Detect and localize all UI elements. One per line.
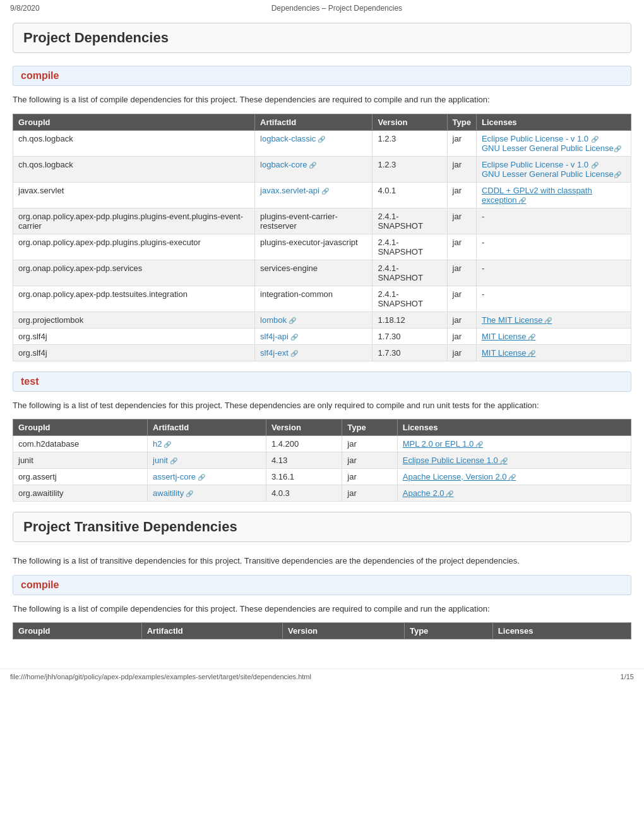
license-link[interactable]: The MIT License 🔗 xyxy=(482,315,552,325)
license-link[interactable]: MIT License 🔗 xyxy=(482,332,535,341)
license-cell[interactable]: Eclipse Public License - v 1.0 🔗GNU Less… xyxy=(476,130,631,156)
col-groupid-tc: GroupId xyxy=(13,623,142,639)
table-row: org.awaitilityawaitility 🔗4.0.3jarApache… xyxy=(13,485,631,502)
license-cell[interactable]: Eclipse Public License 1.0 🔗 xyxy=(397,452,631,469)
version-cell: 1.18.12 xyxy=(373,311,447,328)
artifactid-cell[interactable]: logback-classic 🔗 xyxy=(255,130,373,156)
table-row: org.assertjassertj-core 🔗3.16.1jarApache… xyxy=(13,469,631,485)
table-row: org.onap.policy.apex-pdp.testsuites.inte… xyxy=(13,286,631,311)
license-icon: 🔗 xyxy=(517,197,527,204)
transitive-compile-section: compile The following is a list of compi… xyxy=(13,575,631,640)
license-link[interactable]: Apache License, Version 2.0 🔗 xyxy=(403,472,516,481)
groupid-cell: org.assertj xyxy=(13,469,148,485)
artifactid-link[interactable]: logback-classic 🔗 xyxy=(260,134,325,143)
col-version: Version xyxy=(373,114,447,130)
artifactid-cell[interactable]: slf4j-api 🔗 xyxy=(255,328,373,344)
transitive-description: The following is a list of transitive de… xyxy=(13,555,631,567)
license-icon: 🔗 xyxy=(498,457,508,464)
version-cell: 1.4.200 xyxy=(266,436,342,452)
license-cell[interactable]: MIT License 🔗 xyxy=(476,328,631,344)
compile-header: compile xyxy=(13,66,631,86)
footer-bar: file:///home/jhh/onap/git/policy/apex-pd… xyxy=(0,668,644,684)
artifactid-link[interactable]: javax.servlet-api 🔗 xyxy=(260,186,329,195)
groupid-cell: org.awaitility xyxy=(13,485,148,502)
artifactid-cell: plugins-executor-javascript xyxy=(255,234,373,260)
artifactid-cell[interactable]: lombok 🔗 xyxy=(255,311,373,328)
license-link[interactable]: Eclipse Public License 1.0 🔗 xyxy=(403,456,508,465)
artifactid-cell[interactable]: junit 🔗 xyxy=(148,452,266,469)
type-cell: jar xyxy=(447,182,476,208)
license-cell[interactable]: Eclipse Public License - v 1.0 🔗GNU Less… xyxy=(476,156,631,182)
artifactid-cell[interactable]: assertj-core 🔗 xyxy=(148,469,266,485)
groupid-cell: junit xyxy=(13,452,148,469)
license-cell[interactable]: MPL 2.0 or EPL 1.0 🔗 xyxy=(397,436,631,452)
license-icon: 🔗 xyxy=(444,490,454,497)
license-icon-1: 🔗 xyxy=(591,136,599,143)
license-link[interactable]: MPL 2.0 or EPL 1.0 🔗 xyxy=(403,439,483,449)
artifactid-link[interactable]: assertj-core 🔗 xyxy=(153,472,205,481)
col-licenses-t: Licenses xyxy=(397,420,631,436)
table-row: ch.qos.logbacklogback-core 🔗1.2.3jarEcli… xyxy=(13,156,631,182)
table-row: org.slf4jslf4j-ext 🔗1.7.30jarMIT License… xyxy=(13,344,631,361)
type-cell: jar xyxy=(342,452,397,469)
col-type-tc: Type xyxy=(404,623,492,639)
artifactid-cell: services-engine xyxy=(255,260,373,286)
license-cell[interactable]: Apache License, Version 2.0 🔗 xyxy=(397,469,631,485)
external-link-icon: 🔗 xyxy=(287,317,296,324)
license-link[interactable]: MIT License 🔗 xyxy=(482,348,535,358)
version-cell: 1.7.30 xyxy=(373,328,447,344)
license-cell: - xyxy=(476,286,631,311)
license-cell[interactable]: Apache 2.0 🔗 xyxy=(397,485,631,502)
type-cell: jar xyxy=(447,208,476,234)
transitive-compile-description: The following is a list of compile depen… xyxy=(13,603,631,615)
compile-section: compile The following is a list of compi… xyxy=(13,66,631,361)
col-type-t: Type xyxy=(342,420,397,436)
license-link[interactable]: Apache 2.0 🔗 xyxy=(403,488,454,498)
license-cell: - xyxy=(476,208,631,234)
artifactid-cell[interactable]: h2 🔗 xyxy=(148,436,266,452)
license-icon: 🔗 xyxy=(527,334,536,341)
version-cell: 2.4.1-SNAPSHOT xyxy=(373,234,447,260)
artifactid-cell[interactable]: logback-core 🔗 xyxy=(255,156,373,182)
groupid-cell: javax.servlet xyxy=(13,182,255,208)
browser-title: Dependencies – Project Dependencies xyxy=(40,4,634,13)
version-cell: 4.0.1 xyxy=(373,182,447,208)
compile-table: GroupId ArtifactId Version Type Licenses… xyxy=(13,114,631,361)
type-cell: jar xyxy=(447,344,476,361)
version-cell: 1.2.3 xyxy=(373,130,447,156)
license-cell[interactable]: The MIT License 🔗 xyxy=(476,311,631,328)
license-cell[interactable]: CDDL + GPLv2 with classpath exception 🔗 xyxy=(476,182,631,208)
artifactid-link[interactable]: awaitility 🔗 xyxy=(153,488,193,498)
artifactid-link[interactable]: logback-core 🔗 xyxy=(260,160,316,169)
license-cell: - xyxy=(476,234,631,260)
col-version-t: Version xyxy=(266,420,342,436)
table-row: org.slf4jslf4j-api 🔗1.7.30jarMIT License… xyxy=(13,328,631,344)
project-dependencies-box: Project Dependencies xyxy=(13,23,631,53)
groupid-cell: org.onap.policy.apex-pdp.services xyxy=(13,260,255,286)
license-icon: 🔗 xyxy=(543,317,552,324)
version-cell: 3.16.1 xyxy=(266,469,342,485)
footer-path: file:///home/jhh/onap/git/policy/apex-pd… xyxy=(10,673,311,680)
artifactid-cell[interactable]: awaitility 🔗 xyxy=(148,485,266,502)
license-link[interactable]: CDDL + GPLv2 with classpath exception 🔗 xyxy=(482,186,592,205)
artifactid-cell[interactable]: slf4j-ext 🔗 xyxy=(255,344,373,361)
type-cell: jar xyxy=(447,130,476,156)
artifactid-link[interactable]: slf4j-ext 🔗 xyxy=(260,348,298,358)
artifactid-link[interactable]: junit 🔗 xyxy=(153,456,177,465)
artifactid-link[interactable]: lombok 🔗 xyxy=(260,315,296,325)
artifactid-cell: plugins-event-carrier-restserver xyxy=(255,208,373,234)
compile-table-header-row: GroupId ArtifactId Version Type Licenses xyxy=(13,114,631,130)
page-main-title: Project Dependencies xyxy=(23,30,621,46)
artifactid-link[interactable]: h2 🔗 xyxy=(153,439,171,449)
test-description: The following is a list of test dependen… xyxy=(13,399,631,412)
col-licenses-tc: Licenses xyxy=(492,623,631,639)
version-cell: 2.4.1-SNAPSHOT xyxy=(373,260,447,286)
license-cell[interactable]: MIT License 🔗 xyxy=(476,344,631,361)
col-licenses: Licenses xyxy=(476,114,631,130)
artifactid-link[interactable]: slf4j-api 🔗 xyxy=(260,332,298,341)
browser-date: 9/8/2020 xyxy=(10,4,40,13)
version-cell: 1.2.3 xyxy=(373,156,447,182)
groupid-cell: com.h2database xyxy=(13,436,148,452)
external-link-icon: 🔗 xyxy=(307,162,316,169)
artifactid-cell[interactable]: javax.servlet-api 🔗 xyxy=(255,182,373,208)
